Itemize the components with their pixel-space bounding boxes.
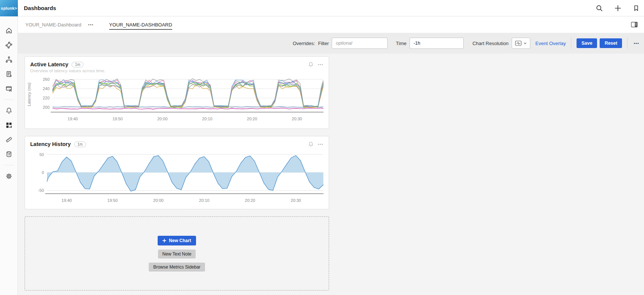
rum-icon [5, 85, 13, 92]
bell-icon [5, 107, 13, 114]
empty-grid-slot: New Chart New Text Note Browse Metrics S… [25, 216, 329, 291]
create-plus-icon[interactable] [614, 4, 622, 12]
sidebar-item-metrics[interactable] [2, 133, 16, 146]
card-actions: ••• [308, 61, 323, 67]
svg-text:19:50: 19:50 [107, 198, 118, 203]
svg-text:20:20: 20:20 [247, 117, 258, 121]
svg-text:240: 240 [43, 86, 50, 91]
resolution-badge: 1m [72, 62, 83, 67]
sidebar-divider [4, 165, 14, 165]
svg-text:19:40: 19:40 [67, 117, 78, 121]
svg-text:200: 200 [43, 105, 50, 110]
splunk-logo[interactable]: splunk> [0, 0, 18, 16]
sidebar-item-settings[interactable] [2, 169, 16, 183]
dashboard-group-link[interactable]: YOUR_NAME-Dashboard [25, 22, 81, 28]
new-chart-button[interactable]: New Chart [158, 236, 196, 245]
event-overlay-link[interactable]: Event Overlay [536, 41, 566, 46]
chart-title: Active Latency [30, 61, 68, 67]
sidebar-item-home[interactable] [2, 24, 16, 37]
chart-resolution-label: Chart Resolution [473, 41, 509, 46]
svg-text:50: 50 [40, 152, 44, 157]
database-icon [5, 150, 13, 158]
toolbar-divider [571, 38, 571, 49]
alert-bell-icon[interactable] [308, 61, 314, 67]
svg-text:-50: -50 [38, 188, 44, 193]
main-content: YOUR_NAME-Dashboard ••• YOUR_NAME-DASHBO… [18, 16, 644, 295]
reset-button[interactable]: Reset [600, 38, 622, 48]
svg-text:20:30: 20:30 [292, 117, 302, 121]
gear-icon [5, 172, 13, 180]
search-icon[interactable] [596, 4, 603, 12]
sidebar-item-data-management[interactable] [2, 148, 16, 161]
sidebar-item-service-map[interactable] [2, 38, 16, 52]
topbar-actions [596, 4, 644, 12]
sidebar-item-rum[interactable] [2, 82, 16, 95]
bookmark-icon[interactable] [633, 4, 640, 12]
service-map-icon [5, 41, 13, 49]
svg-text:0: 0 [42, 170, 44, 175]
svg-text:20:30: 20:30 [291, 198, 301, 203]
svg-text:19:40: 19:40 [61, 198, 72, 203]
dashboard-board: Active Latency 1m ••• Overview of latenc… [18, 54, 644, 295]
svg-text:220: 220 [43, 96, 50, 100]
card-active-latency: Active Latency 1m ••• Overview of latenc… [25, 56, 329, 129]
sidebar [0, 16, 18, 295]
overrides-label: Overrides: [293, 41, 315, 46]
topbar: splunk> Dashboards [0, 0, 644, 16]
overrides-toolbar: Overrides: Filter Time Chart Resolution … [18, 33, 644, 54]
svg-text:20:00: 20:00 [153, 198, 164, 203]
toolbar-more-menu[interactable]: ••• [634, 41, 639, 45]
filter-label: Filter [318, 41, 329, 46]
card-more-menu[interactable]: ••• [318, 63, 323, 67]
sidebar-item-dashboards[interactable] [2, 118, 16, 132]
log-observer-icon [5, 70, 13, 78]
home-icon [5, 27, 13, 34]
new-text-note-button[interactable]: New Text Note [158, 250, 196, 258]
card-latency-history: Latency History 1m ••• 500-5019:4019:502… [25, 136, 329, 209]
time-label: Time [396, 41, 406, 46]
ruler-icon [5, 136, 13, 143]
svg-text:20:00: 20:00 [157, 117, 168, 121]
pulse-chart-icon [515, 41, 522, 46]
svg-text:19:50: 19:50 [113, 117, 123, 121]
svg-text:260: 260 [43, 77, 50, 82]
page-title: Dashboards [24, 5, 56, 11]
new-chart-label: New Chart [169, 238, 191, 243]
card-more-menu[interactable]: ••• [318, 142, 323, 146]
dashboards-grid-icon [5, 121, 13, 129]
sidebar-divider [4, 99, 14, 100]
chart-subtitle: Overview of latency values across time. [25, 67, 329, 73]
filter-input[interactable] [332, 38, 388, 49]
time-range-input[interactable] [410, 38, 464, 49]
svg-text:Latency (ms): Latency (ms) [27, 83, 31, 107]
card-header: Active Latency 1m ••• [25, 57, 329, 67]
svg-text:20:10: 20:10 [199, 198, 209, 203]
plus-icon [162, 239, 166, 242]
active-latency-chart[interactable]: 26024022020019:4019:5020:0020:1020:2020:… [25, 73, 329, 124]
browse-metrics-sidebar-button[interactable]: Browse Metrics Sidebar [149, 263, 205, 272]
svg-text:20:20: 20:20 [245, 198, 255, 203]
breadcrumb: YOUR_NAME-Dashboard ••• YOUR_NAME-DASHBO… [18, 16, 644, 33]
card-header: Latency History 1m ••• [25, 136, 329, 147]
infrastructure-icon [5, 56, 13, 63]
sidebar-item-log-observer[interactable] [2, 67, 16, 81]
sidebar-item-alerts[interactable] [2, 104, 16, 117]
splunk-logo-text: splunk> [1, 6, 17, 10]
save-button[interactable]: Save [577, 38, 597, 48]
tab-dashboard-active[interactable]: YOUR_NAME-DASHBOARD [109, 22, 172, 30]
chevron-down-icon [524, 42, 527, 44]
chart-resolution-dropdown[interactable] [512, 38, 530, 49]
card-actions: ••• [308, 141, 323, 147]
latency-history-chart[interactable]: 500-5019:4019:5020:0020:1020:2020:30 [25, 149, 329, 206]
dashboard-group-more-menu[interactable]: ••• [88, 22, 94, 27]
resolution-badge: 1m [74, 142, 86, 147]
chart-title: Latency History [30, 141, 71, 147]
svg-text:20:10: 20:10 [202, 117, 212, 121]
toolbar-divider [627, 38, 628, 49]
sidebar-item-infrastructure[interactable] [2, 53, 16, 66]
right-panel-toggle-icon[interactable] [631, 21, 638, 28]
alert-bell-icon[interactable] [308, 141, 314, 147]
